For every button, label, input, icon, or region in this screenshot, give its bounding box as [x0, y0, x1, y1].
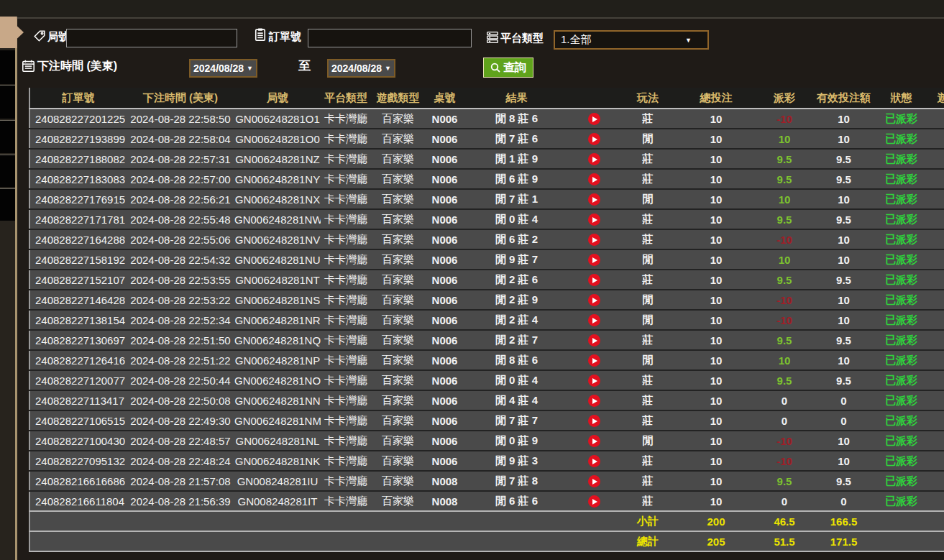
- platform-type-select[interactable]: 1.全部 ▼: [554, 30, 709, 50]
- cell-result: 閒 8 莊 6: [464, 109, 569, 129]
- replay-play-icon[interactable]: [588, 294, 600, 306]
- filter-bar: 局號 訂單號 平台類型 1.全部 ▼ 下注時間 (美東) 2024/08/28 …: [17, 19, 944, 88]
- cell-bet-time: 2024-08-28 21:57:08: [127, 471, 234, 491]
- cell-bet-time: 2024-08-28 22:48:57: [127, 431, 234, 451]
- subtotal-spacer: [29, 511, 619, 531]
- col-header-extra: 遊: [928, 88, 944, 109]
- cell-round-no: GN006248281NM: [234, 410, 321, 431]
- replay-play-icon[interactable]: [588, 234, 600, 246]
- replay-play-icon[interactable]: [588, 254, 600, 266]
- cell-total-bet: 10: [677, 229, 756, 249]
- replay-play-icon[interactable]: [588, 314, 600, 326]
- cell-result: 閒 9 莊 3: [464, 451, 569, 471]
- sidebar-collapsed-item[interactable]: [0, 188, 15, 221]
- cell-valid-bet: 0: [813, 410, 874, 431]
- cell-valid-bet: 9.5: [813, 169, 874, 189]
- cell-round-no: GN006248281NS: [234, 290, 321, 310]
- round-no-input[interactable]: [66, 29, 237, 47]
- cell-extra: [928, 169, 944, 189]
- order-no-input[interactable]: [308, 29, 472, 47]
- cell-bet-time: 2024-08-28 22:53:22: [127, 290, 234, 310]
- replay-play-icon[interactable]: [588, 475, 600, 487]
- cell-total-bet: 10: [677, 169, 756, 189]
- cell-game-type: 百家樂: [371, 431, 425, 451]
- cell-replay: [569, 109, 619, 129]
- cell-valid-bet: 9.5: [813, 149, 874, 169]
- cell-table-no: N006: [425, 189, 464, 209]
- cell-game-type: 百家樂: [371, 471, 425, 491]
- replay-play-icon[interactable]: [588, 274, 600, 286]
- cell-bet-time: 2024-08-28 22:55:06: [127, 229, 234, 249]
- replay-play-icon[interactable]: [588, 415, 600, 427]
- replay-play-icon[interactable]: [588, 133, 600, 145]
- cell-round-no: GN006248281NT: [234, 270, 321, 290]
- cell-total-bet: 10: [677, 209, 756, 229]
- replay-play-icon[interactable]: [588, 395, 600, 407]
- sidebar-collapsed-item[interactable]: [0, 85, 15, 119]
- replay-play-icon[interactable]: [588, 173, 600, 185]
- cell-play-type: 莊: [619, 169, 677, 189]
- cell-extra: [928, 330, 944, 350]
- cell-replay: [569, 169, 619, 189]
- table-row: 240828227126416 2024-08-28 22:51:22 GN00…: [29, 350, 944, 370]
- cell-table-no: N006: [425, 149, 464, 169]
- cell-game-type: 百家樂: [371, 410, 425, 431]
- cell-table-no: N006: [425, 229, 464, 249]
- cell-payout: -10: [756, 431, 813, 451]
- cell-play-type: 莊: [619, 471, 677, 491]
- cell-order-no: 240828227100430: [29, 431, 127, 451]
- sidebar-collapsed-item[interactable]: [0, 155, 15, 187]
- cell-bet-time: 2024-08-28 22:57:00: [127, 169, 234, 189]
- cell-valid-bet: 10: [813, 451, 874, 471]
- cell-table-no: N008: [425, 491, 464, 511]
- date-from-select[interactable]: 2024/08/28 ▼: [189, 59, 257, 78]
- cell-replay: [569, 290, 619, 310]
- cell-result: 閒 2 莊 6: [464, 270, 569, 290]
- cell-bet-time: 2024-08-28 22:56:21: [127, 189, 234, 209]
- replay-play-icon[interactable]: [588, 214, 600, 226]
- cell-valid-bet: 10: [813, 189, 874, 209]
- sidebar-collapsed-item[interactable]: [0, 120, 15, 153]
- cell-play-type: 莊: [619, 109, 677, 129]
- replay-play-icon[interactable]: [588, 193, 600, 206]
- cell-order-no: 240828227120077: [29, 370, 127, 390]
- cell-valid-bet: 10: [813, 129, 874, 149]
- cell-round-no: GN006248281NU: [234, 249, 321, 270]
- cell-bet-time: 2024-08-28 22:53:55: [127, 270, 234, 290]
- replay-play-icon[interactable]: [588, 334, 600, 346]
- cell-result: 閒 2 莊 9: [464, 290, 569, 310]
- replay-play-icon[interactable]: [588, 495, 600, 508]
- replay-play-icon[interactable]: [588, 375, 600, 387]
- cell-replay: [569, 431, 619, 451]
- subtotal-row: 小計 200 46.5 166.5: [29, 511, 944, 531]
- cell-table-no: N006: [425, 109, 464, 129]
- col-header-replay: [569, 88, 619, 109]
- cell-extra: [928, 109, 944, 129]
- cell-status: 已派彩: [874, 249, 928, 270]
- cell-payout: 9.5: [756, 471, 813, 491]
- cell-round-no: GN006248281NZ: [234, 149, 321, 169]
- cell-payout: -10: [756, 109, 813, 129]
- cell-game-type: 百家樂: [371, 229, 425, 249]
- replay-play-icon[interactable]: [588, 153, 600, 165]
- table-row: 240828227120077 2024-08-28 22:50:44 GN00…: [29, 370, 944, 390]
- cell-platform: 卡卡灣廳: [321, 129, 371, 149]
- cell-game-type: 百家樂: [371, 169, 425, 189]
- subtotal-valid-bet: 166.5: [813, 511, 874, 531]
- replay-play-icon[interactable]: [588, 435, 600, 447]
- cell-payout: -10: [756, 451, 813, 471]
- cell-platform: 卡卡灣廳: [321, 149, 371, 169]
- query-button[interactable]: 查詢: [483, 58, 533, 78]
- date-to-select[interactable]: 2024/08/28 ▼: [327, 59, 395, 78]
- replay-play-icon[interactable]: [588, 455, 600, 467]
- cell-round-no: GN006248281NW: [234, 209, 321, 229]
- cell-table-no: N006: [425, 350, 464, 370]
- cell-payout: 10: [756, 249, 813, 270]
- replay-play-icon[interactable]: [588, 113, 600, 125]
- cell-replay: [569, 370, 619, 390]
- table-row: 240828227188082 2024-08-28 22:57:31 GN00…: [29, 149, 944, 169]
- replay-play-icon[interactable]: [588, 354, 600, 367]
- cell-bet-time: 2024-08-28 22:51:50: [127, 330, 234, 350]
- sidebar-collapsed-item[interactable]: [0, 50, 15, 84]
- cell-valid-bet: 9.5: [813, 270, 874, 290]
